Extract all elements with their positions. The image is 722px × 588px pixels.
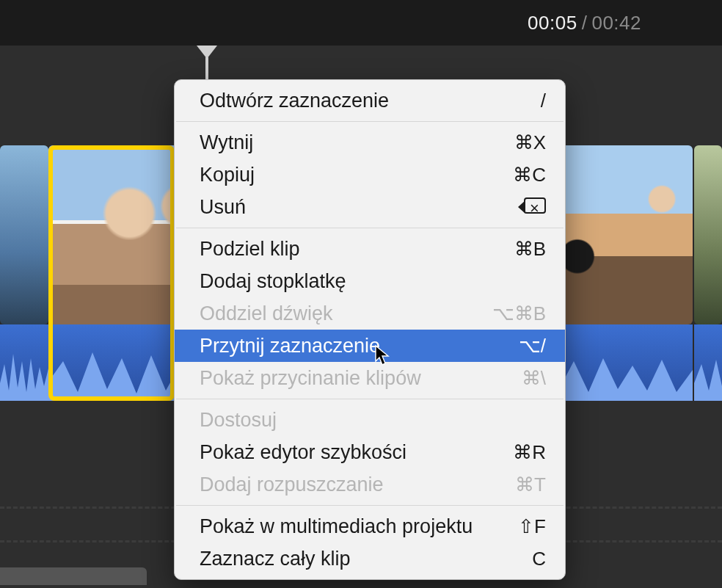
menu-item-label: Pokaż w multimediach projektu bbox=[200, 513, 473, 540]
menu-item-shortcut: ⌥⌘B bbox=[492, 300, 546, 327]
time-total: 00:42 bbox=[591, 12, 641, 35]
menu-separator bbox=[176, 505, 564, 506]
clip-thumbnail[interactable] bbox=[0, 145, 48, 324]
audio-waveform[interactable] bbox=[694, 324, 722, 401]
menu-item-select-all[interactable]: Zaznacz cały klipC bbox=[175, 542, 565, 575]
menu-item-freeze[interactable]: Dodaj stopklatkę bbox=[175, 265, 565, 297]
menu-item-copy[interactable]: Kopiuj⌘C bbox=[175, 159, 565, 191]
menu-item-shortcut: / bbox=[541, 87, 546, 114]
menu-separator bbox=[176, 399, 564, 399]
menu-item-shortcut: ⇧F bbox=[518, 513, 546, 540]
menu-item-shortcut: ⌘T bbox=[515, 471, 546, 498]
menu-item-detach-audio: Oddziel dźwięk⌥⌘B bbox=[175, 297, 565, 330]
playhead-stem bbox=[205, 57, 208, 82]
context-menu: Odtwórz zaznaczenie/Wytnij⌘XKopiuj⌘CUsuń… bbox=[174, 79, 566, 580]
menu-separator bbox=[176, 121, 564, 122]
menu-item-label: Zaznacz cały klip bbox=[200, 545, 351, 572]
menu-item-cut[interactable]: Wytnij⌘X bbox=[175, 126, 565, 159]
menu-item-label: Odtwórz zaznaczenie bbox=[200, 87, 389, 114]
menu-item-shortcut: C bbox=[532, 545, 546, 572]
time-current: 00:05 bbox=[528, 12, 577, 35]
menu-item-speed-editor[interactable]: Pokaż edytor szybkości⌘R bbox=[175, 436, 565, 468]
menu-item-label: Podziel klip bbox=[200, 236, 300, 262]
menu-item-label: Przytnij zaznaczenie bbox=[200, 333, 380, 359]
menu-item-shortcut: ⌘B bbox=[514, 236, 546, 262]
menu-item-shortcut: ⌥/ bbox=[519, 333, 546, 359]
time-separator: / bbox=[577, 12, 592, 35]
bottom-toolbar bbox=[0, 567, 147, 585]
menu-item-label: Dodaj stopklatkę bbox=[200, 268, 346, 294]
menu-item-split[interactable]: Podziel klip⌘B bbox=[175, 233, 565, 265]
menu-item-adjust: Dostosuj bbox=[175, 404, 565, 436]
menu-item-label: Dostosuj bbox=[200, 407, 277, 433]
delete-icon bbox=[524, 197, 546, 214]
menu-item-shortcut: ⌘X bbox=[514, 129, 546, 156]
menu-item-show-trim: Pokaż przycinanie klipów⌘\ bbox=[175, 362, 565, 394]
menu-item-label: Dodaj rozpuszczanie bbox=[200, 471, 384, 498]
menu-item-label: Pokaż przycinanie klipów bbox=[200, 365, 421, 391]
menu-separator bbox=[176, 228, 564, 228]
menu-item-play-selection[interactable]: Odtwórz zaznaczenie/ bbox=[175, 84, 565, 117]
menu-item-label: Kopiuj bbox=[200, 161, 255, 188]
timeline-header: 00:05 / 00:42 bbox=[0, 0, 722, 46]
menu-item-shortcut: ⌘\ bbox=[522, 365, 546, 391]
menu-item-trim-selection[interactable]: Przytnij zaznaczenie⌥/ bbox=[175, 330, 565, 362]
menu-item-reveal-media[interactable]: Pokaż w multimediach projektu⇧F bbox=[175, 510, 565, 542]
menu-item-label: Wytnij bbox=[200, 129, 253, 156]
clip-thumbnail[interactable] bbox=[694, 145, 722, 324]
menu-item-delete[interactable]: Usuń bbox=[175, 191, 565, 223]
audio-waveform[interactable] bbox=[0, 324, 48, 401]
menu-item-label: Usuń bbox=[200, 194, 246, 220]
menu-item-add-dissolve: Dodaj rozpuszczanie⌘T bbox=[175, 468, 565, 501]
menu-item-label: Oddziel dźwięk bbox=[200, 300, 333, 327]
menu-item-shortcut bbox=[524, 194, 546, 220]
menu-item-shortcut: ⌘C bbox=[513, 161, 546, 188]
menu-item-label: Pokaż edytor szybkości bbox=[200, 439, 406, 465]
menu-item-shortcut: ⌘R bbox=[513, 439, 546, 465]
